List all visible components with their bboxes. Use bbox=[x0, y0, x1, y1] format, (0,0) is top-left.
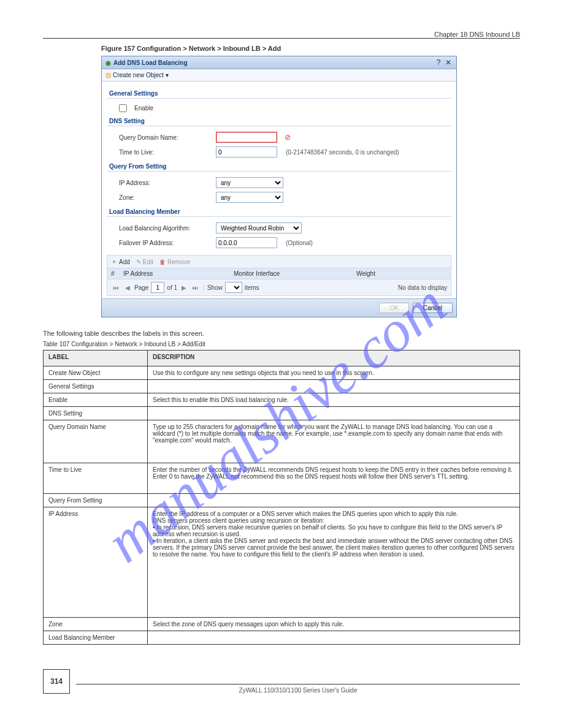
qdn-input[interactable] bbox=[216, 132, 277, 143]
next-page-icon[interactable]: ▶ bbox=[180, 284, 188, 291]
grid-remove-button[interactable]: 🗑Remove bbox=[159, 259, 190, 265]
cell-desc bbox=[148, 380, 520, 393]
zone-select[interactable]: any bbox=[216, 192, 283, 203]
grid-add-label: Add bbox=[119, 259, 130, 265]
guide-title: ZyWALL 110/310/1100 Series User's Guide bbox=[76, 687, 520, 694]
ttl-input[interactable] bbox=[216, 146, 277, 157]
create-object-label: Create new Object bbox=[113, 72, 164, 78]
cell-desc bbox=[148, 631, 520, 645]
cell-label: Time to Live bbox=[44, 463, 148, 494]
first-page-icon[interactable]: ⏮ bbox=[111, 284, 121, 291]
table-row: DNS Setting bbox=[44, 407, 520, 420]
fip-input[interactable] bbox=[216, 237, 277, 248]
table-intro: The following table describes the labels… bbox=[43, 330, 520, 337]
col-num: # bbox=[111, 270, 123, 277]
dialog-title: Add DNS Load Balancing bbox=[113, 59, 188, 66]
qdn-label: Query Domain Name: bbox=[119, 134, 211, 141]
page-label: Page bbox=[134, 284, 148, 291]
fip-hint: (Optional) bbox=[286, 240, 313, 246]
nodata-text: No data to display bbox=[398, 284, 447, 291]
plus-icon: ＋ bbox=[111, 257, 117, 266]
dropdown-arrow-icon: ▾ bbox=[166, 72, 169, 78]
grid-pager: ⏮ ◀ Page of 1 ▶ ⏭ | Show 50 items No dat… bbox=[107, 279, 451, 296]
table-row: ZoneSelect the zone of DNS query message… bbox=[44, 618, 520, 631]
items-label: items bbox=[245, 284, 259, 291]
enable-checkbox[interactable] bbox=[119, 104, 127, 112]
table-row: Time to LiveEnter the number of seconds … bbox=[44, 463, 520, 494]
table-row: Load Balancing Member bbox=[44, 631, 520, 645]
section-query: Query From Setting bbox=[107, 159, 451, 172]
table-row: IP AddressEnter the IP address of a comp… bbox=[44, 507, 520, 618]
table-row: General Settings bbox=[44, 380, 520, 393]
section-lb: Load Balancing Member bbox=[107, 205, 451, 217]
qip-select[interactable]: any bbox=[216, 177, 283, 188]
close-icon[interactable]: ✕ bbox=[444, 58, 453, 67]
table-row: Query Domain NameType up to 255 characte… bbox=[44, 420, 520, 463]
help-icon[interactable]: ? bbox=[434, 58, 443, 67]
section-dns: DNS Setting bbox=[107, 114, 451, 126]
page-input[interactable] bbox=[151, 282, 164, 293]
cell-label: Query From Setting bbox=[44, 494, 148, 507]
show-label: Show bbox=[207, 284, 223, 291]
trash-icon: 🗑 bbox=[159, 259, 166, 265]
cell-desc: Select this to enable this DNS load bala… bbox=[148, 393, 520, 407]
table-row: EnableSelect this to enable this DNS loa… bbox=[44, 393, 520, 407]
cell-label: Load Balancing Member bbox=[44, 631, 148, 645]
create-object-button[interactable]: ▧ Create new Object ▾ bbox=[105, 72, 169, 78]
cell-label: Query Domain Name bbox=[44, 420, 148, 463]
grid-edit-label: Edit bbox=[143, 259, 153, 265]
cell-desc: Use this to configure any new settings o… bbox=[148, 366, 520, 380]
table-row: Query From Setting bbox=[44, 494, 520, 507]
prev-page-icon[interactable]: ◀ bbox=[123, 284, 132, 291]
dns-lb-dialog: ◉ Add DNS Load Balancing ? ✕ ▧ Create ne… bbox=[101, 56, 457, 317]
ttl-hint: (0-2147483647 seconds, 0 is unchanged) bbox=[286, 149, 399, 156]
cell-label: DNS Setting bbox=[44, 407, 148, 420]
fip-label: Failover IP Address: bbox=[119, 240, 211, 246]
dialog-toolbar: ▧ Create new Object ▾ bbox=[102, 69, 456, 82]
of-label: of 1 bbox=[167, 284, 177, 291]
cell-label: IP Address bbox=[44, 507, 148, 618]
cell-desc: Enter the IP address of a computer or a … bbox=[148, 507, 520, 618]
th-label: LABEL bbox=[44, 351, 148, 366]
grid-toolbar: ＋Add ✎Edit 🗑Remove bbox=[107, 255, 451, 268]
qip-label: IP Address: bbox=[119, 180, 211, 186]
last-page-icon[interactable]: ⏭ bbox=[191, 284, 201, 291]
page-number: 314 bbox=[43, 669, 70, 694]
cell-desc bbox=[148, 407, 520, 420]
ttl-label: Time to Live: bbox=[119, 149, 211, 156]
page-footer: 314 ZyWALL 110/310/1100 Series User's Gu… bbox=[43, 669, 520, 694]
show-select[interactable]: 50 bbox=[225, 282, 242, 293]
cell-desc: Type up to 255 characters for a domain n… bbox=[148, 420, 520, 463]
figure-caption: Figure 157 Configuration > Network > Inb… bbox=[101, 45, 520, 52]
grid-edit-button[interactable]: ✎Edit bbox=[136, 259, 153, 265]
table-caption: Table 107 Configuration > Network > Inbo… bbox=[43, 341, 520, 347]
cell-label: Create New Object bbox=[44, 366, 148, 380]
enable-label: Enable bbox=[134, 105, 153, 112]
description-table: LABEL DESCRIPTION Create New ObjectUse t… bbox=[43, 350, 520, 645]
cancel-button[interactable]: Cancel bbox=[413, 303, 453, 313]
cell-desc: Enter the number of seconds the ZyWALL r… bbox=[148, 463, 520, 494]
table-row: Create New ObjectUse this to configure a… bbox=[44, 366, 520, 380]
col-mon: Monitor Interface bbox=[234, 270, 356, 277]
cell-desc bbox=[148, 494, 520, 507]
grid-remove-label: Remove bbox=[167, 259, 190, 265]
error-icon: ⊘ bbox=[285, 133, 291, 142]
grid-header: # IP Address Monitor Interface Weight bbox=[107, 268, 451, 279]
object-icon: ▧ bbox=[105, 72, 111, 78]
algo-select[interactable]: Weighted Round Robin bbox=[216, 222, 302, 233]
top-rule bbox=[43, 38, 520, 39]
zone-label: Zone: bbox=[119, 194, 211, 201]
add-icon: ◉ bbox=[105, 59, 111, 66]
edit-icon: ✎ bbox=[136, 259, 141, 265]
dialog-buttonbar: OK Cancel bbox=[102, 298, 456, 317]
cell-label: Enable bbox=[44, 393, 148, 407]
ok-button[interactable]: OK bbox=[379, 303, 408, 313]
col-weight: Weight bbox=[356, 270, 447, 277]
grid-add-button[interactable]: ＋Add bbox=[111, 257, 130, 266]
th-desc: DESCRIPTION bbox=[148, 351, 520, 366]
cell-desc: Select the zone of DNS query messages up… bbox=[148, 618, 520, 631]
cell-label: General Settings bbox=[44, 380, 148, 393]
chapter-label: Chapter 18 DNS Inbound LB bbox=[43, 31, 520, 38]
dialog-titlebar: ◉ Add DNS Load Balancing ? ✕ bbox=[102, 56, 456, 69]
col-ip: IP Address bbox=[123, 270, 234, 277]
